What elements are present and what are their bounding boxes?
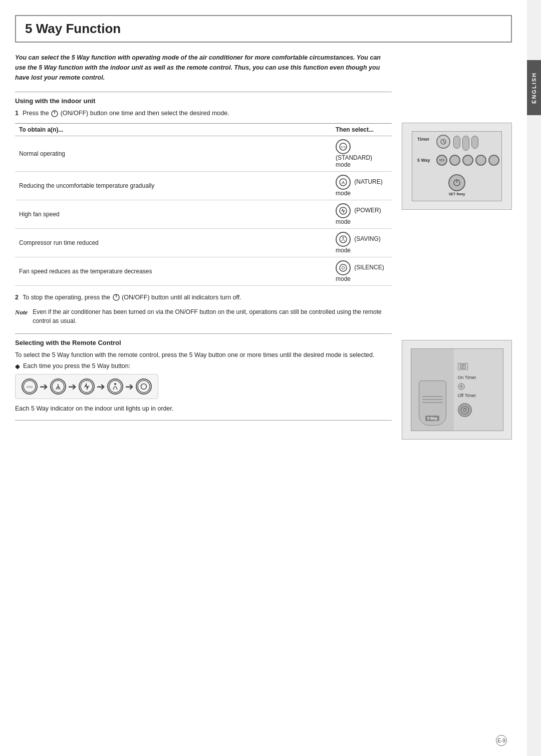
table-cell-obtain: High fan speed (15, 200, 332, 228)
table-col2: Then select... (332, 123, 392, 136)
power-btn (448, 174, 465, 191)
page-number-text: E-9 (497, 738, 505, 743)
slat (422, 399, 443, 400)
indoor-section-heading: Using with the indoor unit (15, 97, 392, 105)
vent-icons (453, 136, 478, 151)
nature-icon (336, 175, 351, 190)
remote-section: Selecting with the Remote Control To sel… (15, 339, 392, 413)
standard-icon: STD (336, 139, 351, 154)
table-row: Reducing the uncomfortable temperature g… (15, 171, 392, 200)
power-mode-icon (336, 203, 351, 218)
remote-section-heading: Selecting with the Remote Control (15, 339, 392, 346)
mode-table: To obtain a(n)... Then select... Normal … (15, 123, 392, 286)
panel-display: Timer (412, 131, 502, 201)
divider-3 (15, 420, 392, 421)
5way-indicator: 5 Way (425, 416, 439, 421)
btn-std: STD (436, 155, 447, 166)
side-tab: ENGLISH (527, 60, 541, 115)
remote-intro-text: To select the 5 Way function with the re… (15, 350, 392, 360)
divider-2 (15, 333, 392, 334)
table-cell-obtain: Fan speed reduces as the temperature dec… (15, 257, 332, 285)
display-indicator (458, 363, 468, 370)
seq-icon-nature (50, 379, 66, 395)
remote-left-panel: 5 Way (411, 349, 454, 431)
table-cell-mode: (SILENCE) mode (332, 257, 392, 285)
main-content: 5 Way Function You can select the 5 Way … (0, 0, 527, 756)
btn-nature (449, 155, 460, 166)
intro-text: You can select the 5 Way function with o… (15, 53, 392, 83)
table-cell-obtain: Compressor run time reduced (15, 228, 332, 257)
table-row: Compressor run time reduced (SAVING) mod… (15, 228, 392, 257)
mode-buttons: STD (436, 155, 499, 166)
power-icon-2 (112, 293, 120, 301)
seq-icon-std: STD (22, 379, 38, 395)
divider-1 (15, 92, 392, 92)
on-timer-label: On Timer (458, 375, 476, 380)
bullet-text: ◆ Each time you press the 5 Way button: (15, 362, 392, 370)
step-2: 2 To stop the operating, press the (ON/O… (15, 293, 392, 302)
btn-power (462, 155, 473, 166)
arrow-1: ➔ (40, 381, 48, 393)
page-title: 5 Way Function (25, 21, 502, 37)
set-label: SET 5way (449, 192, 465, 196)
step-2-text: To stop the operating, press the (ON/OFF… (23, 293, 241, 302)
silence-icon (336, 260, 351, 275)
step-2-number: 2 (15, 293, 19, 302)
vent-2 (462, 136, 469, 151)
svg-point-16 (114, 383, 116, 385)
way-label: 5 Way (417, 158, 430, 163)
dial: 5W (458, 403, 472, 417)
timer-button (436, 135, 450, 149)
arrow-4: ➔ (125, 381, 134, 393)
right-column: Timer (402, 53, 512, 450)
vent-3 (471, 136, 478, 149)
svg-text:5W: 5W (463, 408, 466, 410)
arrow-2: ➔ (68, 381, 77, 393)
note-text: Even if the air conditioner has been tur… (33, 307, 392, 325)
off-timer-label: Off Timer (458, 393, 476, 398)
note-block: Note Even if the air conditioner has bee… (15, 307, 392, 325)
table-cell-obtain: Normal operating (15, 136, 332, 171)
display-icon (460, 364, 466, 369)
dial-icon: 5W (460, 406, 469, 415)
final-note: Each 5 Way indicator on the indoor unit … (15, 405, 392, 412)
side-tab-label: ENGLISH (531, 72, 537, 104)
remote-display: 5 Way (411, 348, 503, 431)
svg-text:STD: STD (341, 146, 346, 149)
slat (422, 396, 443, 397)
page-number: E-9 (496, 735, 507, 746)
slats (422, 396, 443, 403)
power-area: SET 5way (448, 174, 465, 196)
svg-text:STD: STD (27, 386, 33, 389)
saving-icon (336, 232, 351, 247)
svg-line-20 (443, 142, 445, 143)
svg-point-8 (340, 264, 347, 271)
step-1-number: 1 (15, 109, 19, 118)
btn-silence (488, 155, 499, 166)
indoor-unit-image: Timer (402, 123, 512, 210)
page-circle: E-9 (496, 735, 507, 746)
table-cell-mode: STD (STANDARD) mode (332, 136, 392, 171)
svg-point-17 (138, 381, 150, 393)
table-cell-mode: (SAVING) mode (332, 228, 392, 257)
left-column: You can select the 5 Way function with o… (15, 53, 392, 450)
table-cell-mode: (POWER) mode (332, 200, 392, 228)
table-cell-mode: (NATURE) mode (332, 171, 392, 200)
table-cell-obtain: Reducing the uncomfortable temperature g… (15, 171, 332, 200)
remote-right-panel: On Timer + Off Timer 5W (454, 349, 503, 431)
bullet-content: Each time you press the 5 Way button: (23, 362, 130, 370)
5way-btn-label: 5 Way (425, 416, 439, 421)
seq-icon-saving (107, 379, 123, 395)
timer-label: Timer (417, 137, 429, 142)
slat (422, 402, 443, 403)
btn-saving (475, 155, 486, 166)
table-col1: To obtain a(n)... (15, 123, 332, 136)
seq-icon-silence (136, 379, 152, 395)
bullet-symbol: ◆ (15, 362, 20, 370)
remote-control-image: 5 Way (402, 340, 512, 440)
indoor-unit-body: 5 Way (419, 381, 446, 426)
title-bar: 5 Way Function (15, 15, 512, 43)
step-1-text: Press the (ON/OFF) button one time and t… (23, 109, 229, 118)
arrow-3: ➔ (97, 381, 105, 393)
table-row: Fan speed reduces as the temperature dec… (15, 257, 392, 285)
